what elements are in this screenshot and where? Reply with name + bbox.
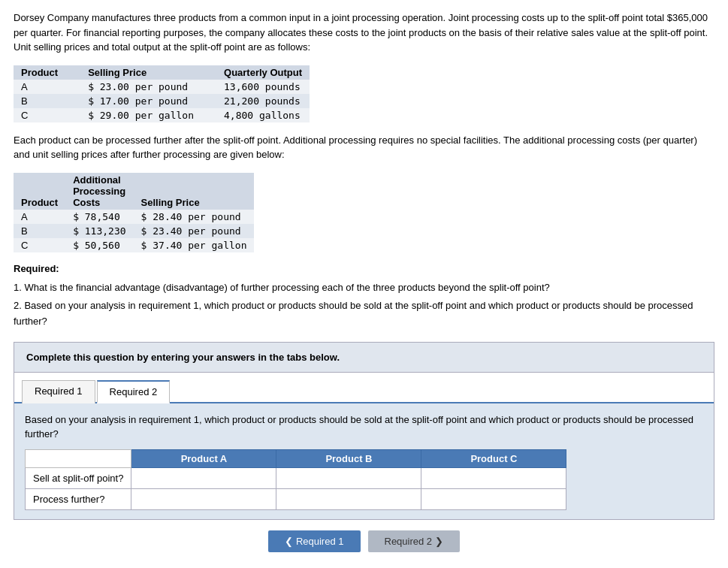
table-row: C $ 29.00 per gallon 4,800 gallons: [14, 108, 310, 122]
product-a-output: 13,600 pounds: [201, 80, 310, 94]
table-row: B $ 113,230 $ 23.40 per pound: [14, 224, 254, 238]
sell-a-cell[interactable]: [131, 467, 276, 488]
table1-section: Product Selling Price Quarterly Output A…: [14, 65, 714, 122]
table2-section: Product Additional Processing Costs Sell…: [14, 173, 714, 252]
tab2-content: Based on your analysis in requirement 1,…: [14, 403, 714, 519]
proc-price-c: $ 37.40 per gallon: [134, 238, 255, 252]
row-sell-label: Sell at split-off point?: [26, 467, 131, 488]
col-selling-price: Selling Price: [65, 65, 201, 80]
proc-product-a: A: [14, 210, 65, 224]
nav-buttons: ❮ Required 1 Required 2 ❯: [14, 530, 714, 552]
proc-cost-a: $ 78,540: [65, 210, 133, 224]
proc-price-a: $ 28.40 per pound: [134, 210, 255, 224]
product-b-label: B: [14, 94, 65, 108]
answer-col-empty: [26, 449, 131, 467]
process-c-input[interactable]: [427, 492, 560, 506]
mid-paragraph: Each product can be processed further af…: [14, 133, 714, 162]
tabs-header: Required 1 Required 2: [14, 373, 714, 403]
prev-button[interactable]: ❮ Required 1: [268, 530, 360, 552]
proc-cost-c: $ 50,560: [65, 238, 133, 252]
proc-product-c: C: [14, 238, 65, 252]
sell-b-cell[interactable]: [276, 467, 421, 488]
question-1: 1. What is the financial advantage (disa…: [14, 280, 714, 296]
col-processing-costs-header: Additional Processing Costs: [65, 173, 133, 210]
answer-col-c: Product C: [421, 449, 566, 467]
sell-a-input[interactable]: [137, 471, 270, 485]
answer-row-process: Process further?: [26, 488, 566, 509]
tabs-container: Required 1 Required 2 Based on your anal…: [14, 373, 714, 520]
intro-paragraph: Dorsey Company manufactures three produc…: [14, 11, 714, 55]
product-a-price: $ 23.00 per pound: [65, 80, 201, 94]
process-a-input[interactable]: [137, 492, 270, 506]
sell-c-input[interactable]: [427, 471, 560, 485]
answer-table: Product A Product B Product C Sell at sp…: [25, 449, 566, 510]
product-b-price: $ 17.00 per pound: [65, 94, 201, 108]
process-c-cell[interactable]: [421, 488, 566, 509]
questions-section: 1. What is the financial advantage (disa…: [14, 280, 714, 330]
answer-row-sell: Sell at split-off point?: [26, 467, 566, 488]
next-button[interactable]: Required 2 ❯: [368, 530, 460, 552]
proc-product-b: B: [14, 224, 65, 238]
required-label: Required:: [14, 263, 714, 274]
table-row: A $ 23.00 per pound 13,600 pounds: [14, 80, 310, 94]
complete-bar-text: Complete this question by entering your …: [26, 352, 340, 363]
col-product: Product: [14, 65, 65, 80]
main-container: Dorsey Company manufactures three produc…: [0, 0, 728, 563]
sell-c-cell[interactable]: [421, 467, 566, 488]
product-a-label: A: [14, 80, 65, 94]
question-2: 2. Based on your analysis in requirement…: [14, 298, 714, 330]
product-splitoff-table: Product Selling Price Quarterly Output A…: [14, 65, 310, 122]
col-selling-price-header: Selling Price: [134, 173, 255, 210]
table-row: A $ 78,540 $ 28.40 per pound: [14, 210, 254, 224]
tab-required2[interactable]: Required 2: [97, 380, 171, 403]
process-a-cell[interactable]: [131, 488, 276, 509]
product-b-output: 21,200 pounds: [201, 94, 310, 108]
complete-bar: Complete this question by entering your …: [14, 342, 714, 373]
table-row: C $ 50,560 $ 37.40 per gallon: [14, 238, 254, 252]
product-c-output: 4,800 gallons: [201, 108, 310, 122]
process-b-input[interactable]: [282, 492, 415, 506]
process-b-cell[interactable]: [276, 488, 421, 509]
proc-cost-b: $ 113,230: [65, 224, 133, 238]
col-quarterly-output: Quarterly Output: [201, 65, 310, 80]
product-c-price: $ 29.00 per gallon: [65, 108, 201, 122]
row-process-label: Process further?: [26, 488, 131, 509]
answer-col-a: Product A: [131, 449, 276, 467]
tab-required1[interactable]: Required 1: [22, 380, 95, 403]
sell-b-input[interactable]: [282, 471, 415, 485]
proc-price-b: $ 23.40 per pound: [134, 224, 255, 238]
tab2-description: Based on your analysis in requirement 1,…: [25, 412, 703, 442]
answer-col-b: Product B: [276, 449, 421, 467]
table-row: B $ 17.00 per pound 21,200 pounds: [14, 94, 310, 108]
additional-processing-table: Product Additional Processing Costs Sell…: [14, 173, 254, 252]
col-product-header: Product: [14, 173, 65, 210]
product-c-label: C: [14, 108, 65, 122]
